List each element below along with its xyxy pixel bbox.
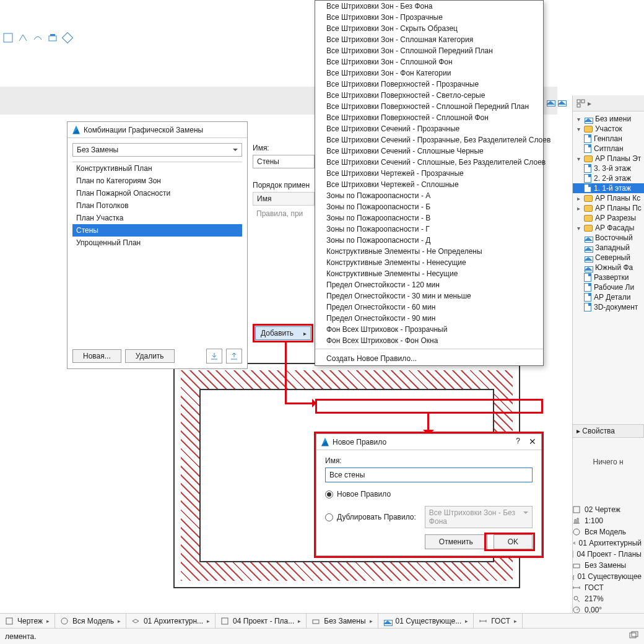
dropdown-item[interactable]: Все Штриховки Зон - Сплошная Категория xyxy=(315,34,543,45)
tree-node[interactable]: Западный xyxy=(573,243,644,253)
tree-icon[interactable] xyxy=(577,99,585,108)
help-button[interactable]: ? xyxy=(516,437,520,445)
dropdown-item[interactable]: Все Штриховки Сечений - Сплошные Черные xyxy=(315,146,543,157)
cancel-button[interactable]: Отменить xyxy=(425,534,487,549)
dropdown-item[interactable]: Конструктивные Элементы - Несущие xyxy=(315,268,543,279)
dropdown-item[interactable]: Фон Всех Штриховок - Фон Окна xyxy=(315,335,543,346)
bottom-seg-override[interactable]: Без Замены▸ xyxy=(307,614,378,628)
ok-button[interactable]: OK xyxy=(494,534,533,549)
tree-node[interactable]: ▾Участок xyxy=(573,124,644,134)
rules-dropdown-menu[interactable]: Все Штриховки Зон - Без ФонаВсе Штриховк… xyxy=(315,0,544,366)
tree-node[interactable]: 3. 3-й этаж xyxy=(573,163,644,173)
override-list-item[interactable]: План Потолков xyxy=(72,199,242,212)
dropdown-item[interactable]: Фон Всех Штриховок - Прозрачный xyxy=(315,324,543,335)
dropdown-item[interactable]: Все Штриховки Зон - Прозрачные xyxy=(315,12,543,23)
dropdown-item[interactable]: Зоны по Пожароопасности - В xyxy=(315,212,543,224)
bottom-seg-penset[interactable]: 04 Проект - Пла...▸ xyxy=(215,614,307,628)
tree-root[interactable]: ▾Без имени xyxy=(573,114,644,124)
dropdown-item[interactable]: Все Штриховки Сечений - Прозрачные xyxy=(315,123,543,134)
status-row[interactable]: ГОСТ xyxy=(570,582,644,593)
dropdown-item[interactable]: Все Штриховки Зон - Сплошной Передний Пл… xyxy=(315,45,543,56)
dropdown-item[interactable]: Все Штриховки Сечений - Прозрачные, Без … xyxy=(315,134,543,146)
dropdown-item[interactable]: Все Штриховки Чертежей - Прозрачные xyxy=(315,168,543,179)
tree-node[interactable]: ▸АР Планы Кс xyxy=(573,193,644,203)
dropdown-item[interactable]: Конструктивные Элементы - Не Определены xyxy=(315,246,543,257)
tree-node[interactable]: Рабочие Ли xyxy=(573,282,644,292)
status-row[interactable]: Без Замены xyxy=(570,560,644,571)
navigator-toolbar[interactable]: ▸ xyxy=(573,95,644,111)
tree-node[interactable]: 2. 2-й этаж xyxy=(573,173,644,183)
dropdown-item[interactable]: Все Штриховки Поверхностей - Сплошной Пе… xyxy=(315,101,543,112)
delete-button[interactable]: Удалить xyxy=(125,349,175,363)
close-button[interactable]: ✕ xyxy=(529,437,536,446)
bottom-seg-layer[interactable]: 01 Архитектурн...▸ xyxy=(126,614,215,628)
bottom-seg-model[interactable]: Вся Модель▸ xyxy=(55,614,126,628)
tree-node[interactable]: ▾АР Планы Эт xyxy=(573,154,644,163)
dropdown-item[interactable]: Все Штриховки Поверхностей - Сплошной Фо… xyxy=(315,112,543,123)
properties-header[interactable]: ▸ Свойства xyxy=(572,424,644,438)
dropdown-item[interactable]: Все Штриховки Зон - Без Фона xyxy=(315,1,543,12)
tree-node[interactable]: АР Разрезы xyxy=(573,213,644,223)
tree-node[interactable]: ▾АР Фасады xyxy=(573,223,644,233)
status-row[interactable]: Вся Модель xyxy=(570,526,644,537)
bottom-seg-drawing[interactable]: Чертеж▸ xyxy=(0,614,55,628)
house-icon[interactable] xyxy=(557,98,566,105)
dropdown-item[interactable]: Все Штриховки Зон - Фон Категории xyxy=(315,67,543,79)
bottom-seg-dimension[interactable]: ГОСТ▸ xyxy=(474,614,523,628)
override-list-item[interactable]: План Участка xyxy=(72,212,242,224)
tool-icon[interactable] xyxy=(2,32,14,43)
dropdown-item[interactable]: Зоны по Пожароопасности - А xyxy=(315,190,543,201)
new-rule-radio[interactable] xyxy=(325,490,333,498)
status-row[interactable]: 217% xyxy=(570,593,644,604)
tree-node[interactable]: Восточный xyxy=(573,233,644,243)
house-icon[interactable] xyxy=(546,98,555,105)
status-row[interactable]: 01 Существующее xyxy=(570,571,644,582)
dropdown-item[interactable]: Предел Огнестойкости - 90 мин xyxy=(315,313,543,324)
override-list[interactable]: Конструктивный ПланПлан по Категориям Зо… xyxy=(72,162,242,249)
dropdown-item[interactable]: Все Штриховки Зон - Сплошной Фон xyxy=(315,56,543,67)
tree-node[interactable]: Ситплан xyxy=(573,144,644,154)
tool-icon[interactable] xyxy=(47,32,58,43)
dialog-titlebar[interactable]: Комбинации Графической Замены xyxy=(67,122,247,138)
dropdown-item[interactable]: Конструктивные Элементы - Ненесущие xyxy=(315,257,543,268)
dropdown-item[interactable]: Все Штриховки Чертежей - Сплошные xyxy=(315,179,543,190)
override-list-item[interactable]: Конструктивный План xyxy=(72,162,242,175)
status-row[interactable]: 04 Проект - Планы xyxy=(570,549,644,560)
override-list-item[interactable]: План Пожарной Опасности xyxy=(72,187,242,199)
dropdown-item[interactable]: Все Штриховки Поверхностей - Светло-серы… xyxy=(315,90,543,101)
project-tree[interactable]: ▾Без имени ▾УчастокГенпланСитплан▾АР Пла… xyxy=(573,111,644,315)
tree-node[interactable]: Южный Фа xyxy=(573,263,644,272)
export-button[interactable] xyxy=(226,349,242,363)
status-row[interactable]: 02 Чертеж xyxy=(570,504,644,515)
tree-node[interactable]: 3D-документ xyxy=(573,302,644,312)
dropdown-item[interactable]: Зоны по Пожароопасности - Г xyxy=(315,224,543,235)
window-controls[interactable] xyxy=(629,631,639,642)
tool-icon[interactable] xyxy=(32,32,43,43)
rule-name-input[interactable] xyxy=(325,468,533,482)
tree-node[interactable]: ▸АР Планы Пс xyxy=(573,203,644,213)
add-button[interactable]: Добавить xyxy=(255,326,311,340)
tool-icon[interactable] xyxy=(17,32,28,43)
tree-node[interactable]: Северный xyxy=(573,253,644,263)
dropdown-item[interactable]: Предел Огнестойкости - 120 мин xyxy=(315,279,543,290)
dropdown-item[interactable]: Предел Огнестойкости - 30 мин и меньше xyxy=(315,290,543,302)
dropdown-item[interactable]: Предел Огнестойкости - 60 мин xyxy=(315,302,543,313)
status-row[interactable]: 1:100 xyxy=(570,515,644,526)
chevron-right-icon[interactable]: ▸ xyxy=(588,99,591,108)
override-list-item[interactable]: Стены xyxy=(72,224,242,237)
create-new-rule-item[interactable]: Создать Новое Правило... xyxy=(315,352,543,365)
dropdown-item[interactable]: Все Штриховки Зон - Скрыть Образец xyxy=(315,23,543,34)
status-row[interactable]: 01 Архитектурный xyxy=(570,537,644,549)
name-input[interactable]: Стены xyxy=(253,155,315,168)
dropdown-item[interactable]: Зоны по Пожароопасности - Б xyxy=(315,201,543,212)
duplicate-rule-radio[interactable] xyxy=(325,513,333,521)
override-combo[interactable]: Без Замены xyxy=(72,143,242,157)
tree-node[interactable]: Развертки xyxy=(573,272,644,282)
dropdown-item[interactable]: Зоны по Пожароопасности - Д xyxy=(315,235,543,246)
dropdown-item[interactable]: Все Штриховки Поверхностей - Прозрачные xyxy=(315,79,543,90)
tree-node[interactable]: АР Детали xyxy=(573,292,644,302)
tool-icon[interactable] xyxy=(62,32,73,43)
bottom-seg-renovation[interactable]: 01 Существующе...▸ xyxy=(378,614,474,628)
override-list-item[interactable]: План по Категориям Зон xyxy=(72,175,242,187)
import-button[interactable] xyxy=(206,349,222,363)
